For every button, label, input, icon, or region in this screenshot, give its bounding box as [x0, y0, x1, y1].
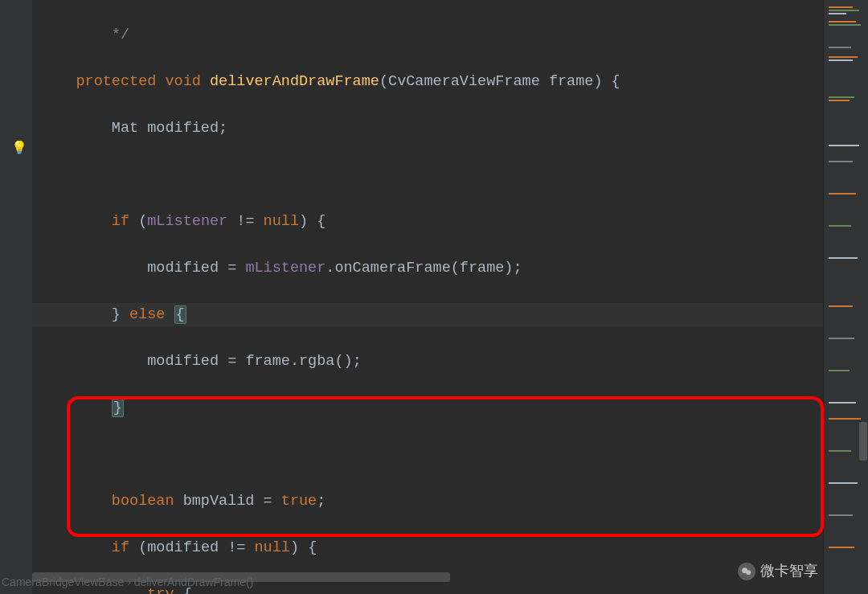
l11-open: (: [129, 539, 147, 556]
param-type: CvCameraViewFrame: [388, 73, 540, 90]
watermark-label: 微卡智享: [760, 559, 818, 583]
l1-tail: ) {: [593, 73, 620, 90]
code-editor[interactable]: */ protected void deliverAndDrawFrame(Cv…: [32, 0, 868, 594]
l6-close: }: [112, 306, 121, 323]
l4-op: !=: [227, 213, 263, 230]
breadcrumb[interactable]: CameraBridgeViewBase › deliverAndDrawFra…: [2, 571, 253, 594]
kw-void: void: [165, 73, 200, 90]
field-mlistener2: mListener: [245, 260, 326, 277]
l5-dot: .: [326, 260, 334, 277]
var-modified: modified: [147, 120, 219, 137]
lhs-modified2: modified: [147, 353, 219, 370]
editor-root: 💡 */ protected void deliverAndDrawFrame(…: [0, 0, 868, 594]
kw-null2: null: [255, 539, 290, 556]
kw-else: else: [121, 306, 174, 323]
minimap[interactable]: [823, 0, 868, 594]
call-oncameraframe: onCameraFrame: [334, 260, 450, 277]
lhs-modified: modified: [147, 260, 219, 277]
l11-close: ) {: [290, 539, 317, 556]
kw-if: if: [112, 213, 129, 230]
var-modified2: modified: [147, 539, 219, 556]
comment-close: */: [112, 27, 129, 43]
kw-if2: if: [112, 539, 129, 556]
minimap-thumb[interactable]: [859, 422, 867, 461]
call-rgba: rgba: [299, 353, 334, 370]
brace-open-hl: {: [174, 305, 186, 324]
l7-dot: .: [290, 353, 299, 370]
l7-args: ();: [334, 353, 361, 370]
kw-protected: protected: [76, 73, 156, 90]
l10-eq: =: [254, 493, 280, 510]
l11-op: !=: [219, 539, 254, 556]
l4-close: ) {: [299, 213, 326, 230]
brace-close-hl: }: [112, 399, 124, 417]
l4-open: (: [129, 213, 147, 230]
type-mat: Mat: [112, 120, 138, 137]
gutter: 💡: [0, 0, 32, 594]
svg-point-1: [746, 570, 751, 575]
kw-boolean: boolean: [112, 493, 174, 510]
obj-frame: frame: [245, 353, 290, 370]
kw-true: true: [281, 493, 317, 510]
kw-null: null: [264, 213, 299, 230]
method-name: deliverAndDrawFrame: [210, 73, 379, 90]
param-name: frame: [549, 73, 594, 90]
field-mlistener: mListener: [147, 213, 227, 230]
l2-tail: ;: [219, 120, 227, 137]
l5-args: (frame);: [451, 260, 522, 277]
l7-eq: =: [219, 353, 245, 370]
wechat-icon: [738, 563, 755, 580]
l5-eq: =: [219, 260, 245, 277]
var-bmpvalid: bmpValid: [183, 493, 255, 510]
l10-tail: ;: [317, 493, 326, 510]
watermark: 微卡智享: [738, 559, 818, 583]
intention-bulb-icon[interactable]: 💡: [11, 137, 24, 150]
